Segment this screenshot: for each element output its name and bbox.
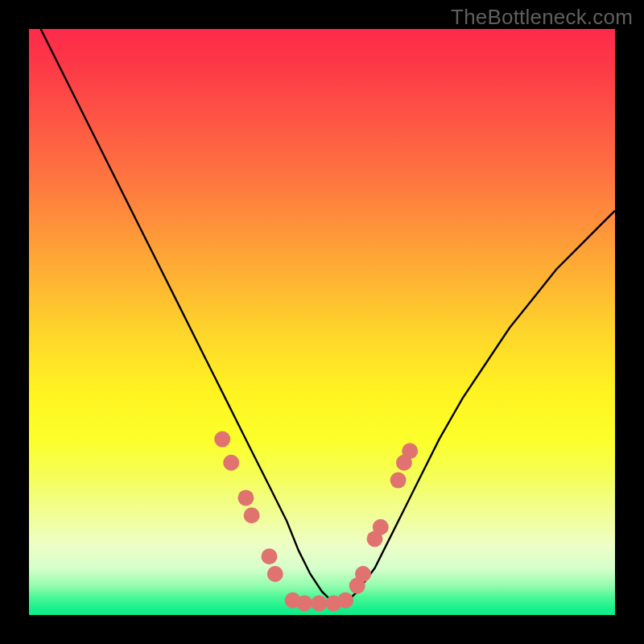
highlight-dot: [262, 548, 278, 564]
highlight-dot: [214, 431, 230, 448]
plot-area: [29, 29, 615, 615]
highlight-dot: [390, 473, 407, 489]
highlight-dot: [355, 566, 371, 582]
watermark-text: TheBottleneck.com: [451, 5, 633, 30]
highlight-dot: [337, 592, 353, 609]
highlight-dot: [296, 595, 312, 611]
bottleneck-curve-line: [41, 29, 615, 603]
highlight-dot: [311, 595, 327, 611]
chart-svg: [29, 29, 615, 615]
highlight-dot: [244, 507, 260, 523]
highlight-dot: [267, 566, 283, 582]
highlight-dot: [402, 443, 418, 459]
highlight-dot: [237, 489, 254, 506]
highlight-dot: [373, 519, 389, 535]
chart-frame: TheBottleneck.com: [0, 0, 644, 644]
highlight-dot: [223, 455, 239, 471]
